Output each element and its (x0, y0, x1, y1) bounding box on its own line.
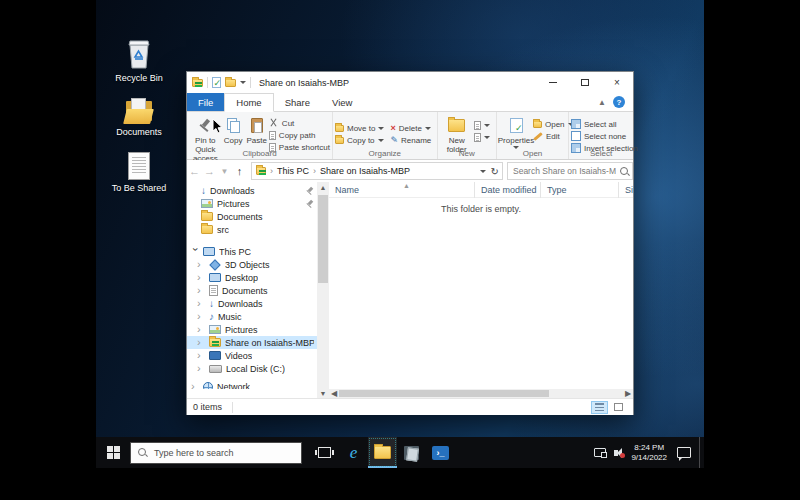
address-box[interactable]: › This PC › Share on Isaiahs-MBP ↻ (251, 162, 503, 180)
action-center-icon[interactable] (677, 447, 691, 458)
tab-view[interactable]: View (321, 93, 363, 111)
nav-item-3d-objects[interactable]: › 3D Objects (187, 258, 317, 271)
address-history-caret-icon[interactable] (480, 170, 486, 173)
easy-access-button[interactable] (474, 131, 490, 143)
nav-item-downloads[interactable]: › ↓ Downloads (187, 297, 317, 310)
nav-item-local-disk-c[interactable]: › Local Disk (C:) (187, 362, 317, 375)
scrollbar-thumb[interactable] (339, 390, 549, 397)
nav-item-pictures-quick[interactable]: Pictures (187, 197, 317, 210)
powershell-button[interactable]: ›_ (426, 437, 455, 468)
column-header-size[interactable]: Size (619, 182, 633, 198)
nav-item-share-on-isaiahs-mbp[interactable]: › Share on Isaiahs-MBP (187, 336, 317, 349)
column-header-date-modified[interactable]: Date modified (475, 182, 541, 198)
title-bar[interactable]: Share on Isaiahs-MBP × (187, 72, 633, 93)
chevron-right-icon[interactable]: › (197, 364, 205, 373)
refresh-icon[interactable]: ↻ (491, 166, 499, 177)
chevron-right-icon[interactable]: › (197, 260, 205, 269)
nav-item-documents[interactable]: › Documents (187, 284, 317, 297)
network-tray-button[interactable] (592, 437, 608, 468)
column-header-name[interactable]: Name ▲ (329, 182, 475, 198)
breadcrumb-current[interactable]: Share on Isaiahs-MBP (320, 166, 410, 176)
desktop-icon-recycle-bin[interactable]: Recycle Bin (108, 36, 170, 83)
nav-item-pictures[interactable]: › Pictures (187, 323, 317, 336)
qat-new-folder-icon[interactable] (225, 79, 236, 87)
tab-share[interactable]: Share (274, 93, 321, 111)
copy-button[interactable]: Copy (222, 115, 245, 146)
internet-explorer-button[interactable]: e (339, 437, 368, 468)
nav-item-documents-quick[interactable]: Documents (187, 210, 317, 223)
collapse-ribbon-icon[interactable]: ▲ (598, 98, 606, 107)
chevron-down-icon[interactable]: › (191, 248, 200, 256)
nav-item-src[interactable]: src (187, 223, 317, 236)
up-button[interactable]: ↑ (232, 165, 247, 177)
chevron-right-icon[interactable]: › (197, 273, 205, 282)
cut-button[interactable]: Cut (269, 117, 330, 129)
select-all-button[interactable]: Select all (571, 118, 638, 130)
new-item-button[interactable] (474, 119, 490, 131)
horizontal-scrollbar[interactable]: ◀ ▶ (329, 389, 633, 398)
large-icons-view-button[interactable] (610, 401, 627, 414)
chevron-right-icon[interactable]: › (197, 338, 205, 347)
paste-button[interactable]: Paste (244, 115, 268, 146)
scroll-right-icon[interactable]: ▶ (623, 389, 633, 398)
chevron-right-icon[interactable]: › (197, 299, 205, 308)
taskbar-clock[interactable]: 8:24 PM 9/14/2022 (624, 443, 674, 463)
details-view-button[interactable] (591, 401, 608, 414)
pin-icon (198, 118, 212, 132)
copy-path-button[interactable]: Copy path (269, 129, 330, 141)
nav-scrollbar[interactable]: ▲ (317, 182, 329, 389)
breadcrumb-this-pc[interactable]: This PC (277, 166, 309, 176)
column-header-type[interactable]: Type (541, 182, 619, 198)
app-button[interactable] (397, 437, 426, 468)
file-explorer-button[interactable] (368, 437, 397, 468)
qat-customize-caret-icon[interactable] (240, 81, 246, 84)
nav-item-videos[interactable]: › Videos (187, 349, 317, 362)
chevron-right-icon[interactable]: › (191, 382, 199, 389)
scroll-up-icon[interactable]: ▲ (317, 182, 329, 193)
select-none-button[interactable]: Select none (571, 130, 638, 142)
scroll-left-icon[interactable]: ◀ (329, 389, 339, 398)
tab-home[interactable]: Home (224, 93, 273, 112)
help-icon[interactable]: ? (613, 96, 625, 108)
move-to-button[interactable]: Move to (335, 122, 384, 134)
edit-button[interactable]: Edit (533, 130, 574, 142)
search-box[interactable]: Search Share on Isaiahs-MBP (507, 162, 633, 180)
chevron-right-icon[interactable]: › (197, 351, 205, 360)
chevron-right-icon[interactable]: › (197, 312, 205, 321)
music-icon: ♪ (209, 312, 214, 322)
windows-logo-icon (107, 446, 120, 459)
show-desktop-button[interactable] (699, 437, 704, 468)
nav-item-downloads-quick[interactable]: ↓ Downloads (187, 184, 317, 197)
tab-file[interactable]: File (187, 93, 224, 111)
rename-button[interactable]: ✎ Rename (390, 134, 431, 146)
chevron-right-icon[interactable]: › (197, 286, 205, 295)
delete-button[interactable]: × Delete (390, 122, 431, 134)
back-button[interactable]: ← (187, 165, 202, 177)
open-button[interactable]: Open (533, 118, 574, 130)
task-view-button[interactable] (310, 437, 339, 468)
chevron-right-icon[interactable]: › (197, 325, 205, 334)
nav-item-this-pc[interactable]: › This PC (187, 245, 317, 258)
scrollbar-thumb[interactable] (318, 195, 328, 283)
taskbar-search-box[interactable]: Type here to search (130, 442, 302, 464)
recent-locations-caret-icon[interactable]: ▼ (217, 167, 232, 176)
maximize-button[interactable] (569, 72, 601, 93)
address-bar-row: ← → ▼ ↑ › This PC › Share on Isaiahs-MBP… (187, 160, 633, 182)
desktop-icon-to-be-shared[interactable]: To Be Shared (108, 146, 170, 193)
minimize-button[interactable] (537, 72, 569, 93)
ribbon-group-open: Properties Open Edit (497, 112, 569, 159)
start-button[interactable] (96, 437, 130, 468)
close-button[interactable]: × (601, 72, 633, 93)
qat-properties-icon[interactable] (212, 77, 221, 88)
forward-button[interactable]: → (202, 165, 217, 177)
nav-item-music[interactable]: › ♪ Music (187, 310, 317, 323)
delete-icon: × (390, 124, 395, 133)
desktop-icon-documents[interactable]: Documents (108, 90, 170, 137)
nav-item-desktop[interactable]: › Desktop (187, 271, 317, 284)
nav-item-network[interactable]: › Network (187, 380, 317, 389)
scroll-down-icon[interactable]: ▼ (317, 389, 329, 398)
copy-to-button[interactable]: Copy to (335, 134, 384, 146)
volume-tray-button[interactable] (608, 437, 624, 468)
properties-button[interactable]: Properties (499, 115, 533, 150)
network-icon (594, 448, 606, 457)
